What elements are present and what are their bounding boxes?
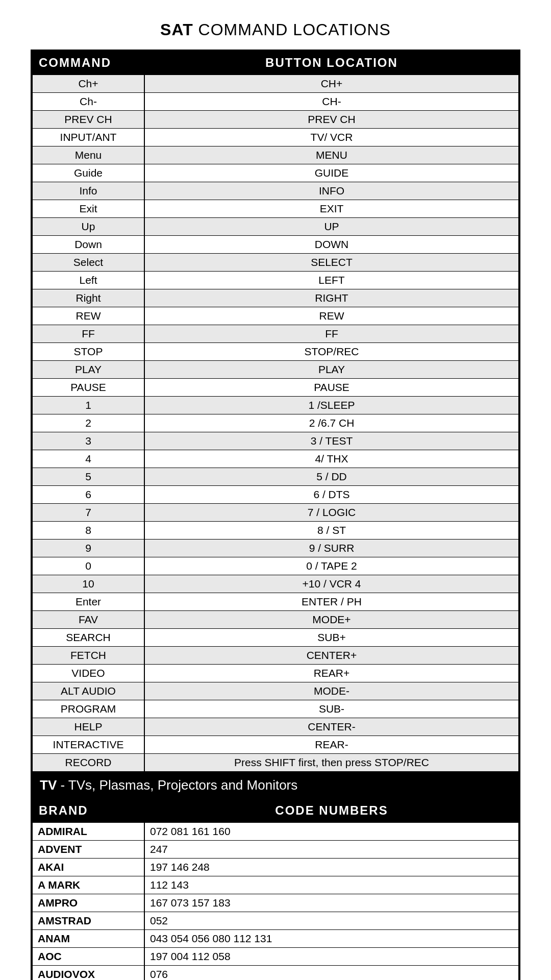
brand-name-cell: AKAI: [32, 859, 144, 876]
sat-location-cell: INFO: [144, 182, 519, 200]
sat-row: FFFF: [32, 325, 519, 343]
sat-location-cell: MODE+: [144, 611, 519, 629]
sat-command-cell: 8: [32, 522, 144, 540]
sat-command-cell: REW: [32, 307, 144, 325]
sat-row: VIDEOREAR+: [32, 665, 519, 682]
brand-codes-cell: 043 054 056 080 112 131: [144, 930, 519, 948]
sat-row: LeftLEFT: [32, 272, 519, 289]
sat-command-cell: 4: [32, 450, 144, 468]
sat-command-cell: 6: [32, 486, 144, 504]
sat-location-cell: 5 / DD: [144, 468, 519, 486]
sat-row: REWREW: [32, 307, 519, 325]
sat-row: MenuMENU: [32, 146, 519, 164]
sat-row: SEARCHSUB+: [32, 629, 519, 647]
brand-name-cell: ANAM: [32, 930, 144, 948]
brand-name-cell: ADMIRAL: [32, 822, 144, 841]
sat-row: PREV CHPREV CH: [32, 111, 519, 129]
sat-command-cell: Down: [32, 236, 144, 254]
sat-command-cell: Guide: [32, 164, 144, 182]
brand-codes-cell: 197 004 112 058: [144, 948, 519, 966]
brand-col2-header: CODE NUMBERS: [144, 799, 519, 822]
sat-location-cell: 4/ THX: [144, 450, 519, 468]
brand-row: AUDIOVOX076: [32, 966, 519, 981]
sat-row: FETCHCENTER+: [32, 647, 519, 665]
sat-command-cell: ALT AUDIO: [32, 682, 144, 700]
sat-location-cell: SUB-: [144, 700, 519, 718]
sat-row: RECORDPress SHIFT first, then press STOP…: [32, 754, 519, 772]
sat-location-cell: EXIT: [144, 200, 519, 218]
sat-command-cell: Ch+: [32, 75, 144, 93]
sat-location-cell: CH+: [144, 75, 519, 93]
sat-row: HELPCENTER-: [32, 718, 519, 736]
sat-location-cell: CENTER-: [144, 718, 519, 736]
sat-col2-header: BUTTON LOCATION: [144, 51, 519, 75]
sat-command-cell: PROGRAM: [32, 700, 144, 718]
brand-code-table: BRAND CODE NUMBERS ADMIRAL072 081 161 16…: [32, 798, 519, 980]
brand-name-cell: ADVENT: [32, 841, 144, 859]
sat-command-cell: FF: [32, 325, 144, 343]
sat-row: STOPSTOP/REC: [32, 343, 519, 361]
sat-location-cell: UP: [144, 218, 519, 236]
brand-codes-cell: 197 146 248: [144, 859, 519, 876]
sat-location-cell: PLAY: [144, 361, 519, 379]
sat-location-cell: 1 /SLEEP: [144, 397, 519, 414]
sat-row: GuideGUIDE: [32, 164, 519, 182]
sat-row: PAUSEPAUSE: [32, 379, 519, 397]
brand-row: AOC197 004 112 058: [32, 948, 519, 966]
sat-location-cell: LEFT: [144, 272, 519, 289]
sat-command-cell: 0: [32, 557, 144, 575]
sat-command-cell: Right: [32, 289, 144, 307]
sat-command-cell: SEARCH: [32, 629, 144, 647]
sat-row: 99 / SURR: [32, 540, 519, 557]
sat-row: ExitEXIT: [32, 200, 519, 218]
sat-command-cell: Select: [32, 254, 144, 272]
sat-location-cell: CH-: [144, 93, 519, 111]
brand-row: ADMIRAL072 081 161 160: [32, 822, 519, 841]
sat-row: EnterENTER / PH: [32, 593, 519, 611]
sat-command-cell: 1: [32, 397, 144, 414]
sat-location-cell: STOP/REC: [144, 343, 519, 361]
sat-location-cell: ENTER / PH: [144, 593, 519, 611]
sat-command-cell: PLAY: [32, 361, 144, 379]
sat-location-cell: FF: [144, 325, 519, 343]
brand-name-cell: A MARK: [32, 876, 144, 894]
sat-command-cell: PAUSE: [32, 379, 144, 397]
sat-command-cell: Ch-: [32, 93, 144, 111]
tv-section-header: TV - TVs, Plasmas, Projectors and Monito…: [32, 772, 519, 798]
tv-rest: - TVs, Plasmas, Projectors and Monitors: [57, 777, 297, 793]
sat-command-cell: Enter: [32, 593, 144, 611]
sat-row: INPUT/ANTTV/ VCR: [32, 129, 519, 146]
sat-location-cell: DOWN: [144, 236, 519, 254]
sat-row: RightRIGHT: [32, 289, 519, 307]
sat-row: PLAYPLAY: [32, 361, 519, 379]
sat-location-cell: 3 / TEST: [144, 432, 519, 450]
page-title: SAT COMMAND LOCATIONS: [160, 20, 391, 39]
sat-row: 10+10 / VCR 4: [32, 575, 519, 593]
sat-location-cell: 2 /6.7 CH: [144, 414, 519, 432]
sat-location-cell: +10 / VCR 4: [144, 575, 519, 593]
sat-row: 66 / DTS: [32, 486, 519, 504]
sat-location-cell: REW: [144, 307, 519, 325]
sat-location-cell: MENU: [144, 146, 519, 164]
brand-name-cell: AMSTRAD: [32, 912, 144, 930]
sat-command-cell: VIDEO: [32, 665, 144, 682]
sat-command-cell: 10: [32, 575, 144, 593]
sat-command-cell: 5: [32, 468, 144, 486]
brand-codes-cell: 076: [144, 966, 519, 981]
sat-location-cell: REAR-: [144, 736, 519, 754]
brand-codes-cell: 072 081 161 160: [144, 822, 519, 841]
sat-row: 55 / DD: [32, 468, 519, 486]
sat-location-cell: TV/ VCR: [144, 129, 519, 146]
sat-location-cell: Press SHIFT first, then press STOP/REC: [144, 754, 519, 772]
sat-row: 00 / TAPE 2: [32, 557, 519, 575]
brand-col1-header: BRAND: [32, 799, 144, 822]
sat-command-cell: RECORD: [32, 754, 144, 772]
brand-row: AKAI197 146 248: [32, 859, 519, 876]
sat-location-cell: 7 / LOGIC: [144, 504, 519, 522]
sat-command-cell: 9: [32, 540, 144, 557]
sat-location-cell: 0 / TAPE 2: [144, 557, 519, 575]
sat-section: COMMAND BUTTON LOCATION Ch+CH+Ch-CH-PREV…: [31, 50, 520, 980]
sat-row: DownDOWN: [32, 236, 519, 254]
sat-command-cell: Up: [32, 218, 144, 236]
sat-location-cell: 8 / ST: [144, 522, 519, 540]
